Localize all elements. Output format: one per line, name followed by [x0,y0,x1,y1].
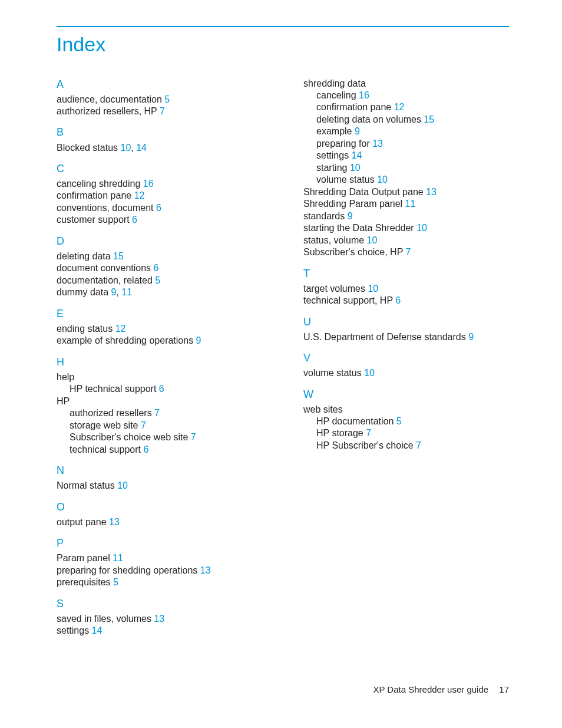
index-entry-text: authorized resellers, HP [57,106,157,116]
page-ref-link[interactable]: 5 [396,416,402,426]
footer-page-number: 17 [499,684,509,694]
index-subentry: settings 14 [316,150,509,162]
index-letter: E [57,307,262,321]
index-subentry: HP storage 7 [316,427,509,439]
page-ref-link[interactable]: 16 [143,179,154,189]
index-entry-text: standards [303,211,345,221]
page-ref-link[interactable]: 7 [191,432,196,442]
page-ref-link[interactable]: 7 [160,106,165,116]
index-entry-text: customer support [57,215,130,225]
index-entry: Normal status 10 [57,480,262,492]
page-ref-link[interactable]: 9 [196,335,201,345]
index-entry: Subscriber's choice, HP 7 [303,246,509,258]
index-entry-text: prerequisites [57,577,111,587]
index-entry: HP [57,396,262,407]
index-entry-text: shredding data [303,78,366,88]
index-entry: U.S. Department of Defense standards 9 [303,331,509,343]
index-subentry: storage web site 7 [70,420,262,431]
page-ref-link[interactable]: 6 [395,295,401,305]
page-ref-link[interactable]: 11 [405,199,416,209]
page-ref-link[interactable]: 14 [136,143,147,153]
index-entry: help [57,371,262,383]
index-entry-text: HP [57,396,70,406]
page-ref-link[interactable]: 5 [164,94,170,104]
index-entry: web sites [303,404,509,416]
index-entry-text: authorized resellers [70,408,152,418]
index-subentry: starting 10 [316,162,509,174]
page-ref-link[interactable]: 6 [132,215,137,225]
page-ref-link[interactable]: 5 [155,275,160,285]
page-ref-link[interactable]: 5 [113,577,118,587]
page-ref-link[interactable]: 13 [154,614,164,624]
page-ref-link[interactable]: 13 [200,565,211,575]
page-ref-link[interactable]: 13 [109,517,120,527]
index-entry-text: U.S. Department of Defense standards [303,332,466,342]
index-subentry: canceling 16 [316,90,509,101]
page-ref-link[interactable]: 10 [350,163,361,173]
index-entry-text: deleting data [57,251,111,261]
page-ref-link[interactable]: 14 [92,625,103,635]
index-entry: saved in files, volumes 13 [57,613,262,625]
page-ref-link[interactable]: 13 [372,139,383,149]
page-ref-link[interactable]: 10 [117,480,128,490]
page-ref-link[interactable]: 9 [355,126,360,136]
index-entry-text: confirmation pane [57,190,131,200]
index-entry: starting the Data Shredder 10 [303,222,509,234]
page-ref-link[interactable]: 6 [156,203,161,213]
page-ref-link[interactable]: 10 [368,284,378,294]
page-ref-link[interactable]: 6 [143,444,148,454]
index-entry-text: settings [57,625,89,635]
index-entry: volume status 10 [303,367,509,379]
page-ref-link[interactable]: 13 [426,187,437,197]
page-ref-link[interactable]: 10 [377,174,388,185]
index-entry: target volumes 10 [303,283,509,295]
footer-text: XP Data Shredder user guide [373,684,488,694]
page-ref-link[interactable]: 11 [121,287,132,297]
page-ref-link[interactable]: 11 [113,553,123,563]
index-entry: technical support, HP 6 [303,295,509,307]
page-ref-link[interactable]: 7 [141,420,146,430]
page-ref-link[interactable]: 16 [359,90,369,100]
index-entry-text: status, volume [303,235,364,245]
page-ref-separator: , [116,287,121,297]
index-entry-text: example [316,126,352,136]
page-ref-link[interactable]: 9 [348,211,353,221]
page-ref-link[interactable]: 7 [154,408,160,418]
index-entry: documentation, related 5 [57,275,262,286]
index-entry: example of shredding operations 9 [57,335,262,347]
page-ref-link[interactable]: 10 [367,235,378,245]
page-ref-link[interactable]: 12 [115,324,126,334]
page-ref-link[interactable]: 6 [154,263,159,273]
index-entry-text: HP storage [316,428,363,438]
page-ref-link[interactable]: 15 [424,114,434,124]
index-letter: C [57,162,262,176]
page-ref-link[interactable]: 7 [406,247,411,257]
index-letter: O [57,500,262,514]
index-entry-text: Subscriber's choice, HP [303,247,403,257]
index-entry-text: deleting data on volumes [316,114,421,124]
index-entry-text: canceling [316,90,356,100]
page-ref-link[interactable]: 6 [159,384,164,394]
page-ref-link[interactable]: 9 [468,332,474,342]
index-entry: canceling shredding 16 [57,178,262,190]
page-ref-link[interactable]: 12 [134,190,145,200]
index-entry: audience, documentation 5 [57,94,262,106]
index-columns: Aaudience, documentation 5authorized res… [57,78,509,637]
page-ref-link[interactable]: 7 [366,428,371,438]
index-entry: settings 14 [57,625,262,637]
index-entry: status, volume 10 [303,235,509,246]
page-ref-link[interactable]: 10 [416,223,427,233]
page-ref-link[interactable]: 15 [113,251,124,261]
page-ref-link[interactable]: 10 [121,143,131,153]
page-ref-link[interactable]: 10 [364,368,375,378]
index-entry-text: documentation, related [57,275,153,285]
index-entry: authorized resellers, HP 7 [57,106,262,117]
page-ref-link[interactable]: 7 [416,440,421,450]
page-ref-link[interactable]: 14 [352,150,362,160]
index-entry-text: saved in files, volumes [57,614,151,624]
index-entry-text: HP technical support [70,384,156,394]
index-entry: preparing for shedding operations 13 [57,565,262,577]
index-entry-text: Shredding Data Output pane [303,187,424,197]
index-entry: ending status 12 [57,323,262,335]
page-ref-link[interactable]: 12 [394,102,405,112]
